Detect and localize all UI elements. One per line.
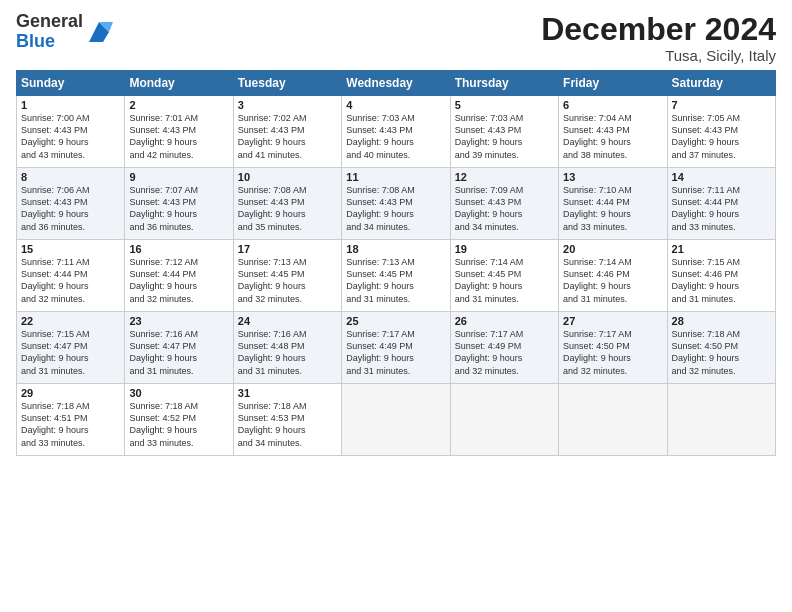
day-number: 19 (455, 243, 554, 255)
day-info: Sunrise: 7:10 AMSunset: 4:44 PMDaylight:… (563, 185, 632, 231)
header: General Blue December 2024 Tusa, Sicily,… (16, 12, 776, 64)
calendar-cell: 5Sunrise: 7:03 AMSunset: 4:43 PMDaylight… (450, 96, 558, 168)
calendar-cell: 16Sunrise: 7:12 AMSunset: 4:44 PMDayligh… (125, 240, 233, 312)
calendar-cell: 25Sunrise: 7:17 AMSunset: 4:49 PMDayligh… (342, 312, 450, 384)
col-saturday: Saturday (667, 71, 775, 96)
day-info: Sunrise: 7:00 AMSunset: 4:43 PMDaylight:… (21, 113, 90, 159)
day-info: Sunrise: 7:01 AMSunset: 4:43 PMDaylight:… (129, 113, 198, 159)
col-thursday: Thursday (450, 71, 558, 96)
calendar-week-4: 22Sunrise: 7:15 AMSunset: 4:47 PMDayligh… (17, 312, 776, 384)
calendar-cell: 23Sunrise: 7:16 AMSunset: 4:47 PMDayligh… (125, 312, 233, 384)
day-number: 23 (129, 315, 228, 327)
logo-blue: Blue (16, 31, 55, 51)
day-info: Sunrise: 7:18 AMSunset: 4:50 PMDaylight:… (672, 329, 741, 375)
calendar-cell: 24Sunrise: 7:16 AMSunset: 4:48 PMDayligh… (233, 312, 341, 384)
day-number: 17 (238, 243, 337, 255)
calendar-week-1: 1Sunrise: 7:00 AMSunset: 4:43 PMDaylight… (17, 96, 776, 168)
calendar-table: Sunday Monday Tuesday Wednesday Thursday… (16, 70, 776, 456)
day-number: 26 (455, 315, 554, 327)
calendar-cell (559, 384, 667, 456)
calendar-week-2: 8Sunrise: 7:06 AMSunset: 4:43 PMDaylight… (17, 168, 776, 240)
day-number: 22 (21, 315, 120, 327)
day-number: 6 (563, 99, 662, 111)
day-info: Sunrise: 7:13 AMSunset: 4:45 PMDaylight:… (238, 257, 307, 303)
logo-general: General (16, 11, 83, 31)
day-number: 18 (346, 243, 445, 255)
day-info: Sunrise: 7:14 AMSunset: 4:46 PMDaylight:… (563, 257, 632, 303)
col-monday: Monday (125, 71, 233, 96)
col-sunday: Sunday (17, 71, 125, 96)
col-wednesday: Wednesday (342, 71, 450, 96)
calendar-cell: 4Sunrise: 7:03 AMSunset: 4:43 PMDaylight… (342, 96, 450, 168)
calendar-cell (450, 384, 558, 456)
day-info: Sunrise: 7:14 AMSunset: 4:45 PMDaylight:… (455, 257, 524, 303)
day-number: 3 (238, 99, 337, 111)
day-number: 12 (455, 171, 554, 183)
calendar-week-3: 15Sunrise: 7:11 AMSunset: 4:44 PMDayligh… (17, 240, 776, 312)
col-tuesday: Tuesday (233, 71, 341, 96)
calendar-cell: 15Sunrise: 7:11 AMSunset: 4:44 PMDayligh… (17, 240, 125, 312)
header-row: Sunday Monday Tuesday Wednesday Thursday… (17, 71, 776, 96)
day-number: 28 (672, 315, 771, 327)
calendar-cell: 29Sunrise: 7:18 AMSunset: 4:51 PMDayligh… (17, 384, 125, 456)
calendar-cell: 9Sunrise: 7:07 AMSunset: 4:43 PMDaylight… (125, 168, 233, 240)
calendar-cell: 30Sunrise: 7:18 AMSunset: 4:52 PMDayligh… (125, 384, 233, 456)
day-info: Sunrise: 7:18 AMSunset: 4:53 PMDaylight:… (238, 401, 307, 447)
day-info: Sunrise: 7:07 AMSunset: 4:43 PMDaylight:… (129, 185, 198, 231)
calendar-cell: 14Sunrise: 7:11 AMSunset: 4:44 PMDayligh… (667, 168, 775, 240)
logo-icon (85, 18, 113, 46)
calendar-cell: 2Sunrise: 7:01 AMSunset: 4:43 PMDaylight… (125, 96, 233, 168)
calendar-cell: 21Sunrise: 7:15 AMSunset: 4:46 PMDayligh… (667, 240, 775, 312)
calendar-cell: 6Sunrise: 7:04 AMSunset: 4:43 PMDaylight… (559, 96, 667, 168)
day-info: Sunrise: 7:15 AMSunset: 4:47 PMDaylight:… (21, 329, 90, 375)
calendar-cell: 13Sunrise: 7:10 AMSunset: 4:44 PMDayligh… (559, 168, 667, 240)
calendar-cell: 1Sunrise: 7:00 AMSunset: 4:43 PMDaylight… (17, 96, 125, 168)
calendar-cell: 8Sunrise: 7:06 AMSunset: 4:43 PMDaylight… (17, 168, 125, 240)
day-number: 1 (21, 99, 120, 111)
day-info: Sunrise: 7:08 AMSunset: 4:43 PMDaylight:… (346, 185, 415, 231)
day-number: 14 (672, 171, 771, 183)
day-number: 31 (238, 387, 337, 399)
calendar-cell: 11Sunrise: 7:08 AMSunset: 4:43 PMDayligh… (342, 168, 450, 240)
calendar-cell: 12Sunrise: 7:09 AMSunset: 4:43 PMDayligh… (450, 168, 558, 240)
day-number: 7 (672, 99, 771, 111)
title-block: December 2024 Tusa, Sicily, Italy (541, 12, 776, 64)
day-info: Sunrise: 7:05 AMSunset: 4:43 PMDaylight:… (672, 113, 741, 159)
day-number: 25 (346, 315, 445, 327)
day-number: 29 (21, 387, 120, 399)
calendar-cell: 27Sunrise: 7:17 AMSunset: 4:50 PMDayligh… (559, 312, 667, 384)
day-info: Sunrise: 7:12 AMSunset: 4:44 PMDaylight:… (129, 257, 198, 303)
day-number: 20 (563, 243, 662, 255)
calendar-cell: 26Sunrise: 7:17 AMSunset: 4:49 PMDayligh… (450, 312, 558, 384)
day-info: Sunrise: 7:06 AMSunset: 4:43 PMDaylight:… (21, 185, 90, 231)
day-info: Sunrise: 7:11 AMSunset: 4:44 PMDaylight:… (21, 257, 90, 303)
day-number: 8 (21, 171, 120, 183)
day-number: 2 (129, 99, 228, 111)
calendar-cell: 20Sunrise: 7:14 AMSunset: 4:46 PMDayligh… (559, 240, 667, 312)
day-info: Sunrise: 7:03 AMSunset: 4:43 PMDaylight:… (455, 113, 524, 159)
day-info: Sunrise: 7:17 AMSunset: 4:49 PMDaylight:… (346, 329, 415, 375)
day-number: 16 (129, 243, 228, 255)
calendar-week-5: 29Sunrise: 7:18 AMSunset: 4:51 PMDayligh… (17, 384, 776, 456)
day-info: Sunrise: 7:15 AMSunset: 4:46 PMDaylight:… (672, 257, 741, 303)
col-friday: Friday (559, 71, 667, 96)
day-info: Sunrise: 7:17 AMSunset: 4:49 PMDaylight:… (455, 329, 524, 375)
calendar-cell (667, 384, 775, 456)
calendar-cell: 19Sunrise: 7:14 AMSunset: 4:45 PMDayligh… (450, 240, 558, 312)
day-number: 10 (238, 171, 337, 183)
calendar-cell: 10Sunrise: 7:08 AMSunset: 4:43 PMDayligh… (233, 168, 341, 240)
day-number: 15 (21, 243, 120, 255)
day-number: 30 (129, 387, 228, 399)
day-number: 4 (346, 99, 445, 111)
calendar-cell: 18Sunrise: 7:13 AMSunset: 4:45 PMDayligh… (342, 240, 450, 312)
day-info: Sunrise: 7:16 AMSunset: 4:47 PMDaylight:… (129, 329, 198, 375)
day-info: Sunrise: 7:03 AMSunset: 4:43 PMDaylight:… (346, 113, 415, 159)
day-number: 24 (238, 315, 337, 327)
calendar-cell: 7Sunrise: 7:05 AMSunset: 4:43 PMDaylight… (667, 96, 775, 168)
day-info: Sunrise: 7:11 AMSunset: 4:44 PMDaylight:… (672, 185, 741, 231)
day-number: 27 (563, 315, 662, 327)
day-info: Sunrise: 7:18 AMSunset: 4:51 PMDaylight:… (21, 401, 90, 447)
logo: General Blue (16, 12, 113, 52)
calendar-cell: 3Sunrise: 7:02 AMSunset: 4:43 PMDaylight… (233, 96, 341, 168)
day-info: Sunrise: 7:13 AMSunset: 4:45 PMDaylight:… (346, 257, 415, 303)
